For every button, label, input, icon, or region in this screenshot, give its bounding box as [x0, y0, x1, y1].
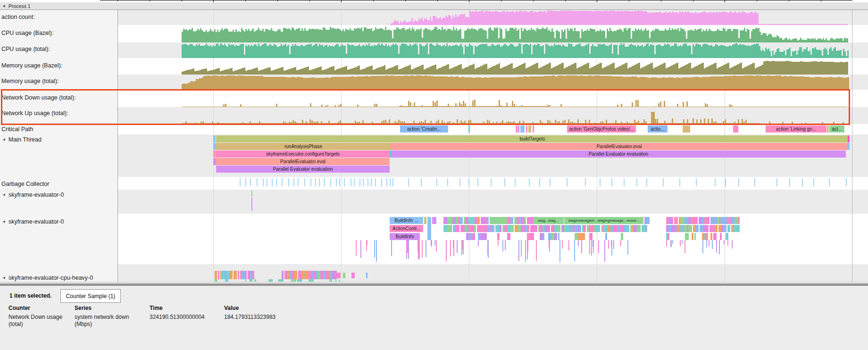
thread-slice[interactable]: [727, 217, 731, 224]
counter-sample[interactable]: [845, 62, 848, 75]
thread-slice[interactable]: [738, 217, 740, 224]
gc-tick[interactable]: [550, 178, 551, 186]
hanging-slice[interactable]: [536, 240, 537, 261]
thread-slice[interactable]: [685, 233, 689, 240]
gc-tick[interactable]: [846, 178, 847, 186]
hanging-slice[interactable]: [724, 240, 725, 244]
thread-slice[interactable]: [528, 225, 530, 232]
hanging-slice[interactable]: [611, 240, 612, 256]
hanging-slice[interactable]: [431, 240, 432, 245]
thread-slice[interactable]: [475, 217, 478, 224]
gc-tick[interactable]: [354, 178, 355, 186]
thread-slice[interactable]: [558, 233, 559, 240]
hanging-slice[interactable]: [518, 240, 519, 261]
slice-actio-[interactable]: actio...: [648, 125, 668, 133]
slice[interactable]: [683, 125, 690, 133]
thread-slice[interactable]: [727, 225, 730, 232]
evaluator-tick[interactable]: [251, 198, 252, 211]
gc-tick[interactable]: [263, 178, 264, 186]
hanging-slice[interactable]: [578, 240, 579, 246]
counter-sample[interactable]: [758, 24, 848, 25]
gc-tick[interactable]: [371, 178, 372, 186]
thread-slice-staging[interactable]: stagemanagem...stagingmanage...remot...: [564, 217, 643, 224]
thread-slice[interactable]: [491, 225, 494, 232]
hanging-slice[interactable]: [608, 240, 609, 249]
thread-slice[interactable]: [366, 273, 367, 278]
gc-tick[interactable]: [339, 178, 340, 186]
track-label-cpu-usage-bazel[interactable]: CPU usage (Bazel):: [0, 29, 117, 37]
hanging-slice[interactable]: [487, 240, 488, 255]
thread-slice[interactable]: [583, 225, 586, 232]
slice-parallelevaluator-eval[interactable]: ParallelEvaluator.eval: [391, 143, 848, 150]
gc-tick[interactable]: [738, 178, 739, 186]
thread-slice[interactable]: [535, 225, 537, 232]
gc-tick[interactable]: [679, 178, 680, 186]
gc-tick[interactable]: [477, 178, 478, 186]
hanging-slice[interactable]: [360, 240, 361, 258]
slice-act-[interactable]: act...: [829, 125, 844, 133]
thread-slice[interactable]: [484, 233, 487, 240]
gc-tick[interactable]: [715, 178, 716, 186]
thread-slice[interactable]: [215, 271, 217, 279]
slice[interactable]: [516, 125, 517, 133]
slice[interactable]: [520, 125, 525, 133]
hanging-slice[interactable]: [406, 240, 407, 255]
slice[interactable]: [213, 135, 216, 142]
thread-slice[interactable]: [548, 225, 550, 232]
slice[interactable]: [533, 125, 534, 133]
gc-tick[interactable]: [646, 178, 647, 186]
hanging-slice[interactable]: [418, 240, 419, 258]
gc-tick[interactable]: [363, 178, 364, 186]
hanging-slice[interactable]: [581, 240, 582, 253]
thread-slice[interactable]: [507, 233, 511, 240]
thread-slice-staging[interactable]: stag...stag...: [533, 217, 563, 224]
hanging-slice[interactable]: [719, 240, 720, 254]
hanging-slice[interactable]: [366, 240, 367, 251]
thread-slice[interactable]: [542, 233, 545, 240]
thread-slice[interactable]: [707, 217, 710, 224]
thread-slice[interactable]: [558, 225, 560, 232]
slice[interactable]: [848, 143, 850, 150]
thread-slice[interactable]: [510, 225, 514, 232]
gc-tick[interactable]: [367, 178, 368, 186]
thread-slice[interactable]: [234, 271, 236, 279]
thread-slice[interactable]: [707, 233, 708, 240]
slice[interactable]: [427, 217, 431, 240]
hanging-slice[interactable]: [498, 240, 499, 246]
counter-sample[interactable]: [847, 50, 849, 58]
track-label-garbage-collector[interactable]: Garbage Collector: [0, 180, 117, 188]
hanging-slice[interactable]: [620, 240, 621, 246]
thread-slice[interactable]: [620, 225, 623, 232]
gc-tick[interactable]: [315, 178, 316, 186]
gc-tick[interactable]: [304, 178, 305, 186]
track-label-critical-path[interactable]: Critical Path: [0, 125, 117, 133]
thread-slice[interactable]: [495, 225, 499, 232]
thread-slice[interactable]: [668, 217, 672, 224]
thread-slice[interactable]: [589, 233, 593, 240]
slice[interactable]: [528, 125, 531, 133]
gc-tick[interactable]: [282, 178, 283, 186]
slice[interactable]: [827, 125, 829, 133]
slice[interactable]: [432, 217, 436, 224]
gc-tick[interactable]: [319, 178, 320, 186]
thread-slice[interactable]: [696, 225, 698, 232]
slice[interactable]: [526, 125, 527, 133]
gc-tick[interactable]: [245, 178, 246, 186]
thread-slice[interactable]: [471, 217, 475, 224]
thread-slice[interactable]: [304, 271, 308, 279]
thread-slice[interactable]: [726, 233, 729, 240]
thread-slice[interactable]: [672, 217, 673, 224]
gc-tick[interactable]: [267, 178, 267, 186]
process-header[interactable]: ▾ Process 1: [0, 2, 868, 10]
thread-slice[interactable]: [710, 233, 712, 240]
thread-slice[interactable]: [554, 225, 558, 232]
hanging-slice[interactable]: [391, 240, 392, 256]
hanging-slice[interactable]: [598, 240, 599, 253]
thread-slice[interactable]: [566, 225, 569, 232]
slice[interactable]: [468, 125, 470, 133]
thread-slice[interactable]: [713, 233, 717, 240]
thread-slice[interactable]: [720, 233, 722, 240]
gc-tick[interactable]: [813, 178, 814, 186]
gc-tick[interactable]: [696, 178, 697, 186]
thread-slice[interactable]: [736, 225, 740, 232]
